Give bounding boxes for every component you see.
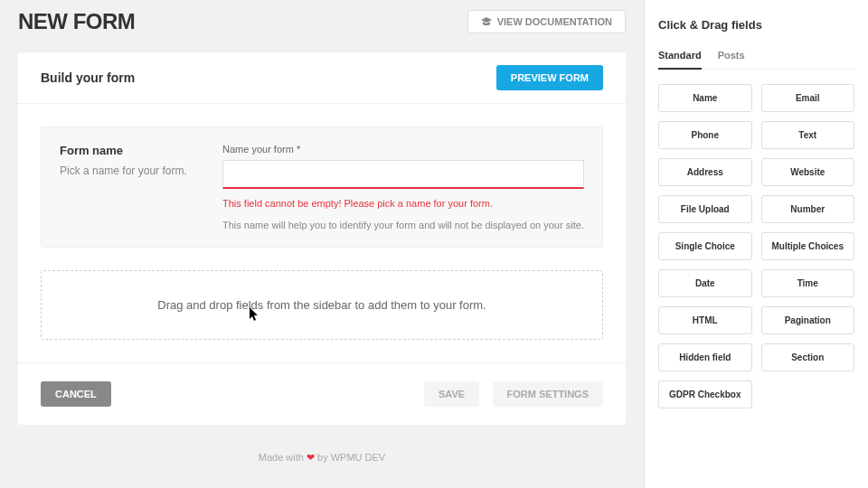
footer-credit: Made with ❤ by WPMU DEV: [18, 452, 626, 464]
form-name-help: This name will help you to identify your…: [222, 220, 584, 230]
save-button[interactable]: SAVE: [424, 381, 479, 407]
card-title: Build your form: [41, 70, 135, 85]
field-date[interactable]: Date: [658, 269, 752, 297]
field-email[interactable]: Email: [761, 84, 855, 112]
form-name-label: Name your form *: [222, 144, 584, 155]
field-number[interactable]: Number: [761, 195, 855, 223]
sidebar-title: Click & Drag fields: [658, 18, 854, 32]
cancel-button[interactable]: CANCEL: [41, 381, 111, 407]
form-name-section: Form name Pick a name for your form. Nam…: [41, 127, 603, 248]
field-pagination[interactable]: Pagination: [761, 306, 855, 334]
view-documentation-label: VIEW DOCUMENTATION: [497, 16, 612, 27]
field-phone[interactable]: Phone: [658, 121, 752, 149]
drop-hint-text: Drag and drop fields from the sidebar to…: [157, 298, 486, 312]
graduation-cap-icon: [481, 17, 492, 26]
form-name-subtext: Pick a name for your form.: [60, 164, 195, 177]
field-address[interactable]: Address: [658, 158, 752, 186]
field-html[interactable]: HTML: [658, 306, 752, 334]
field-time[interactable]: Time: [761, 269, 855, 297]
field-section[interactable]: Section: [761, 343, 855, 371]
tab-standard[interactable]: Standard: [658, 50, 702, 70]
page-title: NEW FORM: [18, 9, 135, 34]
form-builder-card: Build your form PREVIEW FORM Form name P…: [18, 52, 626, 425]
field-multiple-choices[interactable]: Multiple Choices: [761, 232, 855, 260]
form-name-input[interactable]: [222, 160, 584, 189]
form-name-heading: Form name: [60, 144, 195, 157]
field-text[interactable]: Text: [761, 121, 855, 149]
tab-posts[interactable]: Posts: [718, 50, 745, 69]
preview-form-button[interactable]: PREVIEW FORM: [496, 65, 603, 90]
fields-sidebar: Click & Drag fields Standard Posts Name …: [644, 0, 868, 488]
field-gdpr-checkbox[interactable]: GDPR Checkbox: [658, 380, 752, 408]
field-drop-zone[interactable]: Drag and drop fields from the sidebar to…: [41, 270, 603, 340]
field-name[interactable]: Name: [658, 84, 752, 112]
form-settings-button[interactable]: FORM SETTINGS: [493, 381, 603, 407]
form-name-error: This field cannot be empty! Please pick …: [222, 198, 584, 209]
view-documentation-button[interactable]: VIEW DOCUMENTATION: [467, 10, 626, 33]
field-website[interactable]: Website: [761, 158, 855, 186]
field-hidden[interactable]: Hidden field: [658, 343, 752, 371]
field-single-choice[interactable]: Single Choice: [658, 232, 752, 260]
heart-icon: ❤: [307, 452, 315, 463]
field-file-upload[interactable]: File Upload: [658, 195, 752, 223]
